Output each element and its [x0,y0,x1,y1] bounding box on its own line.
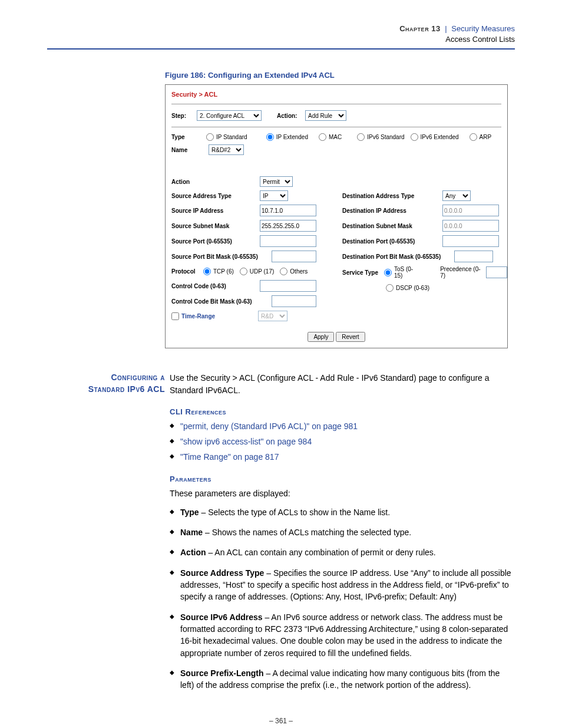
parameters-head: Parameters [170,474,515,485]
breadcrumb: Security > ACL [171,91,501,98]
section-heading: Configuring aStandard IPv6 ACL [47,372,170,699]
spm-label: Source Port Bit Mask (0-65535) [171,253,272,260]
type-radio-arp[interactable]: ARP [470,133,492,141]
parameters-list: Type – Selects the type of ACLs to show … [170,506,515,691]
sat-label: Source Address Type [171,193,260,199]
step-label: Step: [171,113,192,119]
dpm-input[interactable] [454,251,493,262]
figure-caption: Figure 186: Configuring an Extended IPv4… [165,71,515,80]
header-subtitle: Access Control Lists [445,35,515,44]
action2-label: Action [171,179,260,185]
type-radio-ipv6-extended[interactable]: IPv6 Extended [411,133,459,141]
parameters-intro: These parameters are displayed: [170,487,515,499]
ccm-label: Control Code Bit Mask (0-63) [171,298,272,305]
type-radio-ip-extended[interactable]: IP Extended [266,133,308,141]
tr-select: R&D [258,311,287,321]
step-select[interactable]: 2. Configure ACL [197,110,262,121]
action-select[interactable]: Add Rule [305,110,346,121]
cli-references-head: CLI References [170,407,515,418]
intro-text: Use the Security > ACL (Configure ACL - … [170,372,515,396]
tr-label: Time-Range [181,313,258,319]
prec-input[interactable] [486,266,507,278]
chapter-label: Chapter 13 [399,24,440,33]
revert-button[interactable]: Revert [336,332,365,342]
sp-label: Source Port (0-65535) [171,238,260,245]
svc-radio-tos[interactable]: ToS (0-15) [384,266,420,279]
dsm-input [442,220,499,232]
svc-label: Service Type [342,269,382,276]
svc-radio-dscp[interactable]: DSCP (0-63) [386,284,429,292]
proto-radio-tcp[interactable]: TCP (6) [203,268,234,275]
sip-input[interactable] [260,205,316,216]
name-select[interactable]: R&D#2 [209,144,244,155]
prec-label: Precedence (0-7) [440,266,484,279]
cc-label: Control Code (0-63) [171,283,260,289]
proto-radio-udp[interactable]: UDP (17) [240,268,275,275]
dsm-label: Destination Subnet Mask [342,223,442,229]
timerange-checkbox[interactable] [171,312,179,320]
cli-link-2[interactable]: "Time Range" on page 817 [180,452,279,462]
page-header: Chapter 13 | Security Measures Access Co… [47,24,515,50]
dat-select[interactable]: Any [442,190,471,201]
dp-input[interactable] [442,235,499,247]
cc-input[interactable] [260,280,316,292]
cli-list: "permit, deny (Standard IPv6 ACL)" on pa… [170,420,515,463]
type-radio-ip-standard[interactable]: IP Standard [206,133,247,141]
apply-button[interactable]: Apply [308,332,334,342]
spm-input[interactable] [272,251,316,262]
ccm-input[interactable] [272,295,316,307]
dip-input [442,205,499,216]
ssm-label: Source Subnet Mask [171,223,260,229]
action-label: Action: [277,113,300,119]
dpm-label: Destination Port Bit Mask (0-65535) [342,253,454,260]
proto-label: Protocol [171,268,201,275]
page-number: – 361 – [47,717,515,725]
action2-select[interactable]: Permit [260,176,293,187]
sp-input[interactable] [260,235,316,247]
ssm-input[interactable] [260,220,316,232]
cli-link-1[interactable]: "show ipv6 access-list" on page 984 [180,437,312,446]
sat-select[interactable]: IP [260,190,288,201]
dat-label: Destination Address Type [342,193,442,199]
sip-label: Source IP Address [171,207,260,214]
dp-label: Destination Port (0-65535) [342,238,442,245]
type-label: Type [171,134,204,140]
header-title: Security Measures [451,24,515,33]
name-label: Name [171,147,204,153]
type-radio-mac[interactable]: MAC [319,133,342,141]
dip-label: Destination IP Address [342,207,442,214]
proto-radio-others[interactable]: Others [280,268,308,275]
header-separator: | [442,24,449,33]
screenshot-panel: Security > ACL Step: 2. Configure ACL Ac… [165,84,508,348]
type-radio-ipv6-standard[interactable]: IPv6 Standard [357,133,404,141]
cli-link-0[interactable]: "permit, deny (Standard IPv6 ACL)" on pa… [180,421,358,431]
